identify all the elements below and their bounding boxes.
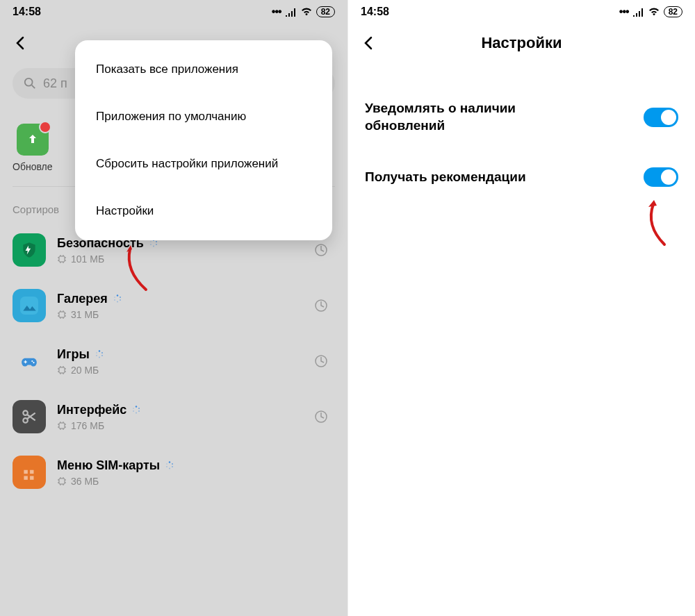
app-info: Игры 20 МБ — [57, 347, 303, 376]
svg-point-43 — [172, 463, 173, 465]
search-icon — [24, 77, 36, 90]
svg-point-4 — [153, 246, 154, 247]
chip-icon — [57, 365, 67, 375]
svg-point-3 — [156, 244, 157, 245]
svg-point-21 — [101, 352, 103, 353]
setting-row-recommendations[interactable]: Получать рекомендации — [365, 151, 678, 203]
status-right: ••• 82 — [619, 6, 682, 18]
svg-rect-9 — [20, 297, 38, 315]
clock-icon — [314, 354, 328, 368]
app-name: Галерея — [57, 292, 108, 306]
svg-point-18 — [31, 360, 33, 362]
chip-icon — [57, 310, 67, 319]
loading-dots-icon — [165, 461, 174, 469]
status-time: 14:58 — [13, 6, 41, 18]
app-info: Интерфейс 176 МБ — [57, 403, 303, 431]
update-item[interactable]: Обновле — [13, 124, 53, 172]
app-info: Меню SIM-карты 36 МБ — [57, 458, 335, 487]
shield-icon — [13, 233, 46, 267]
chip-icon — [57, 254, 67, 264]
clock-icon — [314, 243, 328, 257]
signal-icon — [286, 7, 297, 17]
clock-icon — [314, 410, 328, 424]
popup-menu: Показать все приложения Приложения по ум… — [75, 40, 332, 240]
svg-rect-39 — [30, 470, 33, 474]
svg-point-31 — [138, 408, 140, 409]
status-right: ••• 82 — [272, 6, 335, 18]
settings-content: Уведомлять о наличии обновлений Получать… — [348, 63, 695, 224]
app-info: Галерея 31 МБ — [57, 292, 303, 320]
app-item-interface[interactable]: Интерфейс 176 МБ — [13, 389, 335, 444]
svg-point-6 — [150, 241, 152, 242]
update-label: Обновле — [13, 161, 53, 172]
gallery-icon — [13, 289, 46, 322]
svg-rect-41 — [30, 476, 33, 479]
chip-icon — [57, 476, 67, 486]
svg-point-14 — [114, 299, 115, 301]
svg-point-45 — [169, 468, 170, 469]
battery-badge: 82 — [664, 6, 682, 17]
app-size: 20 МБ — [71, 365, 99, 376]
screen-right: 14:58 ••• 82 Настройки Уведомлять о нали… — [348, 0, 695, 616]
popup-item-show-all[interactable]: Показать все приложения — [75, 46, 332, 93]
svg-point-42 — [169, 461, 170, 463]
signal-icon — [633, 7, 644, 17]
update-icon — [17, 124, 49, 156]
svg-point-2 — [156, 241, 157, 242]
svg-rect-38 — [24, 470, 27, 474]
app-size: 101 МБ — [71, 253, 104, 265]
setting-row-notify-updates[interactable]: Уведомлять о наличии обновлений — [365, 83, 678, 151]
svg-point-34 — [133, 410, 134, 412]
back-icon[interactable] — [13, 35, 29, 51]
svg-point-13 — [117, 301, 118, 303]
setting-label: Получать рекомендации — [365, 169, 526, 186]
svg-rect-36 — [59, 423, 65, 428]
svg-point-11 — [120, 297, 121, 298]
popup-item-settings[interactable]: Настройки — [75, 188, 332, 235]
svg-point-10 — [117, 294, 118, 296]
app-name: Меню SIM-карты — [57, 458, 160, 473]
loading-dots-icon — [113, 294, 122, 303]
svg-point-15 — [114, 297, 115, 298]
app-list: Безопасность 101 МБ Галерея — [0, 222, 348, 500]
app-size: 31 МБ — [71, 309, 99, 320]
loading-dots-icon — [132, 406, 140, 414]
clock-icon — [314, 299, 328, 313]
svg-point-24 — [96, 355, 97, 356]
more-dots-icon: ••• — [619, 6, 629, 18]
screen-left: 14:58 ••• 82 62 п Обновле Сортиров — [0, 0, 348, 616]
scissors-icon — [13, 400, 46, 433]
toggle-recommendations[interactable] — [644, 167, 678, 187]
svg-point-35 — [133, 408, 134, 409]
wifi-icon — [301, 7, 312, 17]
battery-badge: 82 — [316, 6, 335, 17]
svg-point-12 — [120, 299, 121, 301]
svg-point-46 — [166, 466, 167, 467]
setting-label: Уведомлять о наличии обновлений — [365, 100, 580, 134]
header-right: Настройки — [348, 24, 695, 63]
popup-item-default-apps[interactable]: Приложения по умолчанию — [75, 93, 332, 140]
svg-point-33 — [136, 413, 137, 414]
svg-rect-48 — [59, 478, 65, 484]
svg-point-47 — [166, 463, 167, 465]
app-size: 176 МБ — [71, 420, 104, 431]
toggle-notify-updates[interactable] — [644, 108, 678, 127]
svg-point-20 — [99, 350, 100, 351]
wifi-icon — [648, 7, 660, 17]
svg-rect-16 — [59, 312, 65, 317]
popup-item-reset[interactable]: Сбросить настройки приложений — [75, 140, 332, 188]
app-item-games[interactable]: Игры 20 МБ — [13, 333, 335, 389]
svg-point-30 — [136, 406, 137, 407]
svg-point-0 — [25, 78, 33, 86]
svg-point-25 — [96, 352, 97, 353]
svg-point-19 — [33, 362, 34, 363]
app-item-gallery[interactable]: Галерея 31 МБ — [13, 278, 335, 333]
page-title: Настройки — [481, 34, 562, 52]
gamepad-icon — [13, 344, 46, 378]
app-item-sim[interactable]: Меню SIM-карты 36 МБ — [13, 444, 335, 500]
app-size: 36 МБ — [71, 476, 99, 487]
back-icon[interactable] — [361, 35, 377, 51]
svg-rect-7 — [59, 256, 65, 262]
more-dots-icon: ••• — [272, 6, 281, 18]
app-name: Интерфейс — [57, 403, 126, 417]
